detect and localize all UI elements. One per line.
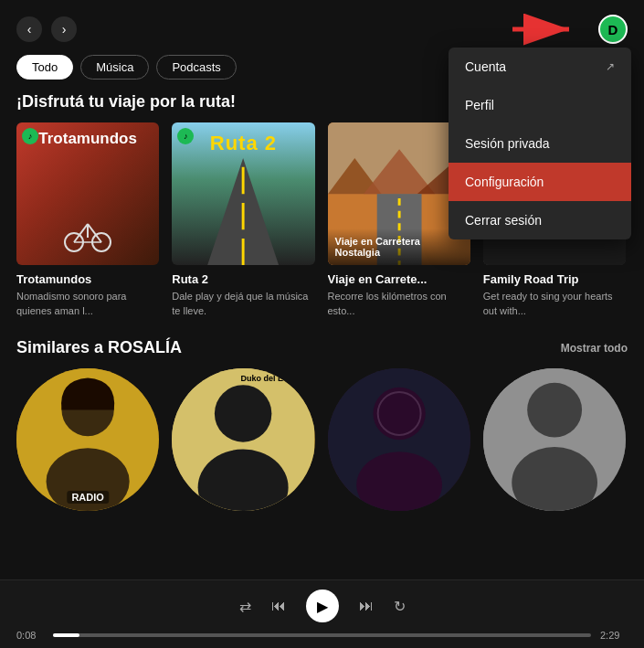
red-arrow-decoration (512, 13, 586, 46)
dropdown-perfil[interactable]: Perfil (449, 86, 631, 124)
artist-card-duko[interactable]: ♪ Duko del Espacio (172, 368, 314, 518)
repeat-button[interactable]: ↻ (394, 598, 406, 615)
radio-label: RADIO (67, 491, 108, 504)
card-title-ruta2: Ruta 2 (172, 272, 314, 286)
svg-point-32 (215, 385, 272, 442)
card-image-trotamundos: ♪ Trotamundos (16, 122, 159, 265)
artist-card-rosalia[interactable]: ♪ RADIO (16, 368, 159, 518)
card-trotamundos[interactable]: ♪ Trotamundos Trotamundos Nomadismo sono… (16, 122, 159, 318)
right-nav: D (512, 13, 628, 46)
tab-musica[interactable]: Música (80, 55, 149, 80)
card-title-viaje: Viaje en Carrete... (328, 272, 470, 286)
artists-row: ♪ RADIO ♪ (16, 368, 628, 518)
player-controls: ⇄ ⏮ ▶ ⏭ ↻ (16, 590, 628, 622)
forward-button[interactable]: › (51, 16, 77, 42)
artist-img-4 (483, 368, 626, 511)
section2: Similares a ROSALÍA Mostrar todo ♪ RADIO (0, 324, 644, 527)
shuffle-button[interactable]: ⇄ (239, 598, 251, 615)
spotify-badge-1: ♪ (22, 128, 38, 144)
play-button[interactable]: ▶ (306, 590, 339, 622)
nav-arrows: ‹ › (16, 16, 77, 42)
card-ruta2[interactable]: ♪ Ruta 2 Ruta 2 Dale play y dejá que la … (172, 122, 314, 318)
card-desc-viaje: Recorre los kilómetros con esto... (328, 290, 470, 318)
current-time: 0:08 (16, 630, 44, 641)
artist-img-3 (328, 368, 470, 511)
total-time: 2:29 (600, 630, 628, 641)
player: ⇄ ⏮ ▶ ⏭ ↻ 0:08 2:29 (0, 579, 644, 648)
progress-bar-fill (53, 633, 79, 637)
card-desc-trotamundos: Nomadismo sonoro para quienes aman l... (16, 290, 159, 318)
top-nav: ‹ › D (0, 0, 644, 55)
card-title-family: Family Road Trip (483, 272, 626, 286)
user-avatar[interactable]: D (598, 15, 628, 44)
mostrar-todo-button[interactable]: Mostrar todo (561, 342, 628, 355)
spotify-badge-artist1: ♪ (22, 374, 38, 390)
svg-point-35 (373, 388, 425, 440)
external-link-icon: ↗ (606, 60, 615, 73)
section2-title: Similares a ROSALÍA (16, 338, 182, 357)
card-desc-ruta2: Dale play y dejá que la música te lleve. (172, 290, 314, 318)
tab-todo[interactable]: Todo (16, 55, 73, 80)
progress-bar[interactable] (53, 633, 591, 637)
next-button[interactable]: ⏭ (359, 598, 374, 614)
dropdown-cerrar-sesion[interactable]: Cerrar sesión (449, 201, 631, 239)
back-button[interactable]: ‹ (16, 16, 42, 42)
section2-header: Similares a ROSALÍA Mostrar todo (16, 338, 628, 357)
svg-point-39 (527, 383, 582, 438)
tab-podcasts[interactable]: Podcasts (156, 55, 236, 80)
progress-row: 0:08 2:29 (16, 630, 628, 641)
dropdown-configuracion[interactable]: Configuración (449, 163, 631, 201)
dropdown-sesion-privada[interactable]: Sesión privada (449, 124, 631, 163)
artist-img-rosalia: ♪ RADIO (16, 368, 159, 511)
artist-img-duko: ♪ Duko del Espacio (172, 368, 314, 511)
duko-label: Duko del Espacio (240, 374, 309, 383)
card-image-ruta2: ♪ Ruta 2 (172, 122, 314, 265)
artist-card-4[interactable] (483, 368, 626, 518)
artist-card-3[interactable] (328, 368, 470, 518)
dropdown-menu: Cuenta ↗ Perfil Sesión privada Configura… (449, 48, 631, 239)
card-title-trotamundos: Trotamundos (16, 272, 159, 286)
card-desc-family: Get ready to sing your hearts out with..… (483, 290, 626, 318)
prev-button[interactable]: ⏮ (271, 598, 286, 614)
dropdown-cuenta[interactable]: Cuenta ↗ (449, 48, 631, 86)
